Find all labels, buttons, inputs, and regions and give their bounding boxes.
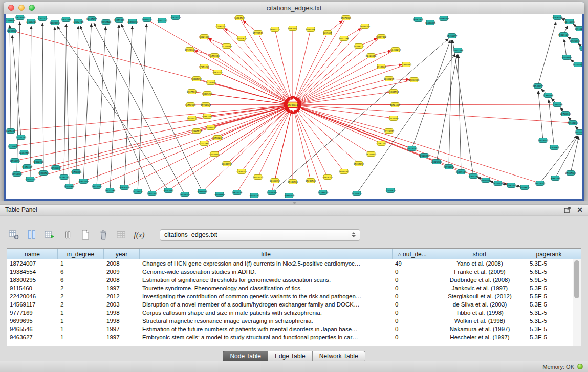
graph-node[interactable]: 19926013 bbox=[570, 39, 580, 43]
graph-node[interactable]: 19672076 bbox=[232, 190, 243, 195]
graph-node[interactable]: 10737854 bbox=[8, 144, 18, 149]
table-cell[interactable]: Yano et al. (2008) bbox=[432, 259, 527, 268]
table-cell[interactable]: 2008 bbox=[104, 276, 140, 284]
graph-node[interactable]: 24545298 bbox=[468, 174, 479, 179]
graph-edge[interactable] bbox=[549, 100, 554, 147]
graph-node[interactable]: 16772503 bbox=[185, 103, 196, 107]
table-cell[interactable]: 0 bbox=[393, 284, 432, 292]
graph-node[interactable]: 21950568 bbox=[543, 93, 554, 98]
table-cell[interactable]: Corpus callosum shape and size in male p… bbox=[140, 309, 393, 317]
graph-edge[interactable] bbox=[298, 50, 396, 102]
table-cell[interactable]: 9465546 bbox=[7, 325, 58, 333]
column-header-pagerank[interactable]: pagerank bbox=[527, 249, 571, 259]
table-cell[interactable]: 1 bbox=[58, 333, 104, 341]
graph-edge[interactable] bbox=[297, 108, 359, 164]
table-cell[interactable]: Structural magnetic resonance image aver… bbox=[140, 317, 393, 325]
graph-edge[interactable] bbox=[298, 104, 557, 105]
table-row[interactable]: 911546021997Tourette syndrome. Phenomeno… bbox=[7, 284, 573, 292]
network-canvas[interactable]: 1724066118724007193845541830029591154602… bbox=[6, 14, 582, 199]
graph-edge[interactable] bbox=[242, 110, 289, 171]
graph-node[interactable]: 17901568 bbox=[453, 48, 464, 53]
table-cell[interactable]: 1 bbox=[58, 259, 104, 268]
graph-edge[interactable] bbox=[152, 108, 288, 193]
graph-node[interactable]: 26981854 bbox=[550, 176, 561, 181]
close-button[interactable] bbox=[8, 5, 14, 11]
graph-node[interactable]: 19384554 bbox=[388, 90, 399, 94]
network-view[interactable]: 1724066118724007193845541830029591154602… bbox=[6, 14, 582, 199]
graph-node[interactable]: 15144091 bbox=[388, 116, 399, 121]
graph-node[interactable]: 17851261 bbox=[199, 64, 210, 69]
close-panel-icon[interactable]: ✕ bbox=[577, 206, 583, 213]
graph-edge[interactable] bbox=[80, 26, 153, 193]
table-cell[interactable]: 9699695 bbox=[7, 317, 58, 325]
table-cell[interactable]: Genome-wide association studies in ADHD. bbox=[140, 268, 393, 276]
table-row[interactable]: 1830029562008Estimation of significance … bbox=[7, 276, 573, 284]
graph-node[interactable]: 24379904 bbox=[549, 145, 560, 150]
graph-node[interactable]: 18105263 bbox=[202, 92, 213, 96]
graph-node[interactable]: 9463627 bbox=[288, 26, 297, 31]
graph-edge[interactable] bbox=[298, 67, 381, 103]
graph-edge[interactable] bbox=[227, 46, 289, 101]
table-cell[interactable]: Tibbo et al. (1998) bbox=[432, 309, 527, 317]
table-cell[interactable]: 0 bbox=[393, 300, 432, 309]
table-cell[interactable]: 5.3E-5 bbox=[527, 284, 571, 292]
table-cell[interactable]: Tourette syndrome. Phenomenology and cla… bbox=[140, 284, 393, 292]
table-cell[interactable]: 1998 bbox=[104, 309, 140, 317]
graph-node[interactable]: 22108632 bbox=[385, 188, 396, 193]
graph-node[interactable]: 16518742 bbox=[322, 175, 333, 180]
graph-node[interactable]: 9115460 bbox=[377, 64, 386, 69]
table-cell[interactable]: Franke et al. (2009) bbox=[432, 268, 527, 276]
graph-edge[interactable] bbox=[66, 24, 69, 186]
graph-node[interactable]: 22920854 bbox=[419, 154, 430, 158]
graph-node[interactable]: 14850923 bbox=[409, 78, 420, 82]
graph-edge[interactable] bbox=[30, 26, 31, 179]
graph-node[interactable]: 11423122 bbox=[37, 16, 48, 21]
table-cell[interactable]: 19384554 bbox=[7, 268, 58, 276]
graph-edge[interactable] bbox=[97, 27, 106, 186]
graph-node[interactable]: 22420046 bbox=[366, 54, 377, 58]
table-cell[interactable]: 0 bbox=[393, 333, 432, 341]
column-header-title[interactable]: title bbox=[140, 249, 393, 259]
delete-button[interactable] bbox=[97, 228, 110, 242]
graph-node[interactable]: 20330904 bbox=[579, 46, 582, 51]
table-cell[interactable]: 5.3E-5 bbox=[527, 333, 571, 341]
graph-node[interactable]: 24139187 bbox=[456, 170, 467, 174]
graph-edge[interactable] bbox=[110, 25, 119, 190]
graph-node[interactable]: 11550076 bbox=[10, 159, 20, 163]
new-column-button[interactable] bbox=[43, 228, 56, 242]
graph-node[interactable]: 14928462 bbox=[185, 48, 195, 52]
graph-node[interactable]: 21545677 bbox=[533, 84, 543, 89]
graph-node[interactable]: 27387965 bbox=[565, 171, 576, 176]
table-cell[interactable]: 18300295 bbox=[7, 276, 58, 284]
graph-node[interactable]: 23326965 bbox=[431, 160, 442, 164]
graph-edge[interactable] bbox=[298, 107, 381, 143]
graph-node[interactable]: 14569117 bbox=[354, 44, 364, 49]
graph-edge[interactable] bbox=[221, 26, 289, 101]
float-panel-icon[interactable] bbox=[564, 207, 571, 213]
graph-node[interactable]: 17332802 bbox=[206, 80, 216, 85]
table-cell[interactable]: Jankovic et al. (1997) bbox=[432, 284, 527, 292]
graph-edge[interactable] bbox=[17, 106, 287, 174]
graph-edge[interactable] bbox=[227, 108, 289, 164]
table-cell[interactable]: 1 bbox=[58, 325, 104, 333]
window-titlebar[interactable]: citations_edges.txt bbox=[4, 2, 584, 14]
graph-edge[interactable] bbox=[296, 26, 365, 101]
table-cell[interactable]: 5.3E-5 bbox=[527, 325, 571, 333]
import-table-button[interactable] bbox=[115, 228, 128, 242]
graph-edge[interactable] bbox=[124, 26, 133, 187]
graph-node[interactable]: 13986632 bbox=[51, 166, 61, 170]
graph-node[interactable]: 16829309 bbox=[119, 185, 130, 190]
graph-node[interactable]: 13216052 bbox=[384, 129, 395, 134]
zoom-button[interactable] bbox=[29, 5, 35, 11]
table-cell[interactable]: Disruption of a novel member of a sodium… bbox=[140, 300, 393, 309]
graph-node[interactable]: 20735895 bbox=[561, 55, 572, 60]
graph-node[interactable]: 18859854 bbox=[197, 189, 208, 194]
graph-node[interactable]: 17892741 bbox=[215, 24, 226, 29]
graph-node[interactable]: 16983265 bbox=[202, 114, 213, 119]
table-cell[interactable]: 5.9E-5 bbox=[527, 276, 571, 284]
graph-node[interactable]: 15472122 bbox=[157, 18, 168, 23]
graph-edge[interactable] bbox=[298, 79, 389, 103]
graph-node[interactable]: 11828013 bbox=[50, 20, 60, 25]
table-cell[interactable]: 5.3E-5 bbox=[527, 317, 571, 325]
graph-node[interactable]: 16492212 bbox=[390, 48, 401, 52]
